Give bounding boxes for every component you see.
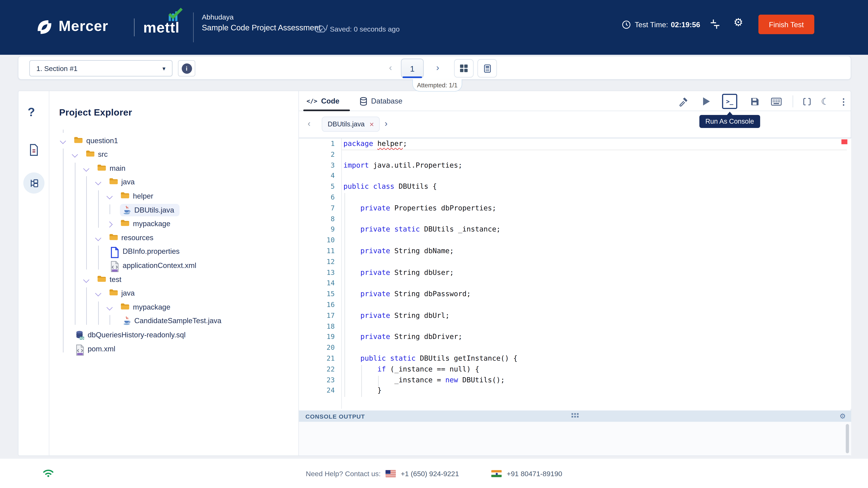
more-options-kebab-icon[interactable]: ⋮: [838, 95, 850, 107]
tree-node[interactable]: test: [95, 273, 127, 286]
settings-gear-icon[interactable]: ⚙: [734, 17, 743, 28]
tree-node[interactable]: mypackage: [118, 301, 176, 313]
code-line[interactable]: }: [343, 386, 382, 394]
tree-indent-guide: [86, 288, 87, 325]
line-number: 16: [299, 300, 335, 308]
code-line[interactable]: public static DBUtils getInstance() {: [343, 354, 518, 362]
filetab-scroll-right[interactable]: ›: [385, 119, 388, 129]
code-line[interactable]: package helper;: [343, 139, 407, 148]
code-line[interactable]: private String dbPassword;: [343, 290, 471, 298]
console-settings-gear-icon[interactable]: ⚙: [839, 412, 846, 420]
chevron-down-icon[interactable]: [106, 193, 113, 199]
tree-item-question1[interactable]: question1: [49, 134, 295, 148]
mercer-wordmark: Mercer: [59, 18, 108, 35]
file-tab-dbutils[interactable]: DBUtils.java ×: [322, 117, 380, 132]
tree-node[interactable]: DBUtils.java: [120, 204, 180, 216]
tree-node[interactable]: mypackage: [118, 218, 176, 230]
tree-item-label: pom.xml: [88, 345, 115, 353]
tab-database[interactable]: Database: [360, 91, 402, 111]
tree-node[interactable]: question1: [72, 134, 123, 147]
project-tree-nav-active[interactable]: [23, 172, 44, 194]
tree-node[interactable]: java: [106, 176, 140, 188]
section-info-button[interactable]: i: [178, 60, 195, 76]
question-grid-button[interactable]: [454, 59, 474, 78]
section-select[interactable]: 1. Section #1 ▾: [29, 60, 173, 76]
code-line[interactable]: private String dbUrl;: [343, 311, 450, 319]
keyboard-icon[interactable]: [770, 95, 782, 107]
line-number: 7: [299, 204, 335, 212]
console-output-bar: CONSOLE OUTPUT ⚙: [299, 411, 851, 422]
code-line[interactable]: import java.util.Properties;: [343, 161, 462, 169]
tab-code[interactable]: </> Code: [307, 91, 340, 111]
calculator-button[interactable]: [477, 59, 497, 78]
line-number: 8: [299, 215, 335, 223]
tree-item-label: question1: [86, 136, 118, 144]
tree-item-dbquerieshistory-readonly-sql[interactable]: SQLdbQueriesHistory-readonly.sql: [49, 328, 295, 342]
collapse-window-icon[interactable]: [710, 19, 720, 29]
tree-item-label: DBInfo.properties: [123, 248, 180, 256]
fullscreen-icon[interactable]: [801, 95, 813, 107]
document-icon[interactable]: [28, 144, 40, 156]
chevron-down-icon[interactable]: [95, 290, 101, 296]
chevron-right-icon[interactable]: [106, 221, 113, 228]
code-line[interactable]: public class DBUtils {: [343, 183, 437, 191]
tree-node[interactable]: main: [95, 162, 131, 174]
finish-test-button[interactable]: Finish Test: [758, 14, 814, 34]
code-line[interactable]: _instance = new DBUtils();: [343, 376, 505, 384]
help-question-icon[interactable]: ?: [28, 105, 35, 120]
code-line[interactable]: private Properties dbProperties;: [343, 204, 496, 212]
line-number: 24: [299, 386, 335, 394]
tree-node[interactable]: resources: [106, 231, 159, 244]
tree-node[interactable]: src: [83, 148, 113, 161]
console-scrollbar[interactable]: [846, 424, 849, 454]
code-line[interactable]: private static DBUtils _instance;: [343, 225, 500, 233]
tree-node[interactable]: helper: [118, 190, 159, 202]
tree-item-label: java: [121, 178, 135, 186]
calculator-icon: [483, 64, 492, 73]
tree-item-test[interactable]: test: [49, 272, 295, 286]
tree-item-src[interactable]: src: [49, 148, 295, 161]
tree-indent-guide: [63, 129, 64, 133]
chevron-down-icon[interactable]: [95, 235, 101, 241]
drag-handle-icon[interactable]: [571, 413, 579, 418]
project-tree-icon: [28, 177, 39, 189]
mettl-wordmark: mettl: [143, 20, 180, 36]
tree-item-label: java: [121, 289, 135, 297]
tree-node[interactable]: pom.xml: [73, 343, 121, 355]
code-editor[interactable]: 1package helper;23import java.util.Prope…: [299, 138, 851, 409]
close-icon[interactable]: ×: [370, 121, 374, 128]
tree-item-main[interactable]: main: [49, 161, 295, 175]
chevron-down-icon[interactable]: [83, 276, 89, 283]
line-number: 23: [299, 376, 335, 384]
chevron-down-icon[interactable]: [60, 138, 66, 144]
tree-node[interactable]: CandidateSampleTest.java: [120, 315, 227, 327]
filetab-scroll-left[interactable]: ‹: [308, 119, 311, 129]
code-line[interactable]: private String dbUser;: [343, 268, 454, 276]
tree-node[interactable]: applicationContext.xml: [108, 259, 202, 271]
page-prev-button[interactable]: ‹: [389, 63, 392, 72]
saved-status: Saved: 0 seconds ago: [330, 25, 400, 33]
app-root: Mercer mettl Abhudaya Sample Code Projec…: [0, 0, 868, 488]
tree-node[interactable]: DBInfo.properties: [108, 245, 185, 258]
chevron-down-icon[interactable]: [95, 179, 101, 185]
chevron-down-icon[interactable]: [106, 304, 113, 311]
code-line[interactable]: private String dbDriver;: [343, 333, 462, 341]
run-as-console-icon[interactable]: >_: [722, 94, 737, 109]
line-number: 12: [299, 258, 335, 266]
chevron-down-icon[interactable]: [83, 165, 89, 171]
chevron-down-icon[interactable]: [72, 152, 78, 158]
run-play-icon[interactable]: [700, 95, 712, 107]
tree-item-pom-xml[interactable]: pom.xml: [49, 342, 295, 356]
page-next-button[interactable]: ›: [436, 63, 439, 72]
code-line[interactable]: private String dbName;: [343, 247, 454, 255]
build-hammer-icon[interactable]: [677, 95, 689, 107]
dark-mode-moon-icon[interactable]: ☾: [819, 95, 831, 107]
footer: Need Help? Contact us: +1 (650) 924-9221…: [0, 458, 868, 488]
save-floppy-icon[interactable]: [749, 95, 761, 107]
tree-item-label: helper: [133, 192, 153, 200]
tree-node[interactable]: SQLdbQueriesHistory-readonly.sql: [73, 328, 191, 341]
code-line[interactable]: if (_instance == null) {: [343, 365, 479, 373]
page-number-button[interactable]: 1: [401, 59, 424, 78]
tree-node[interactable]: java: [106, 287, 140, 299]
info-icon: i: [182, 63, 192, 73]
